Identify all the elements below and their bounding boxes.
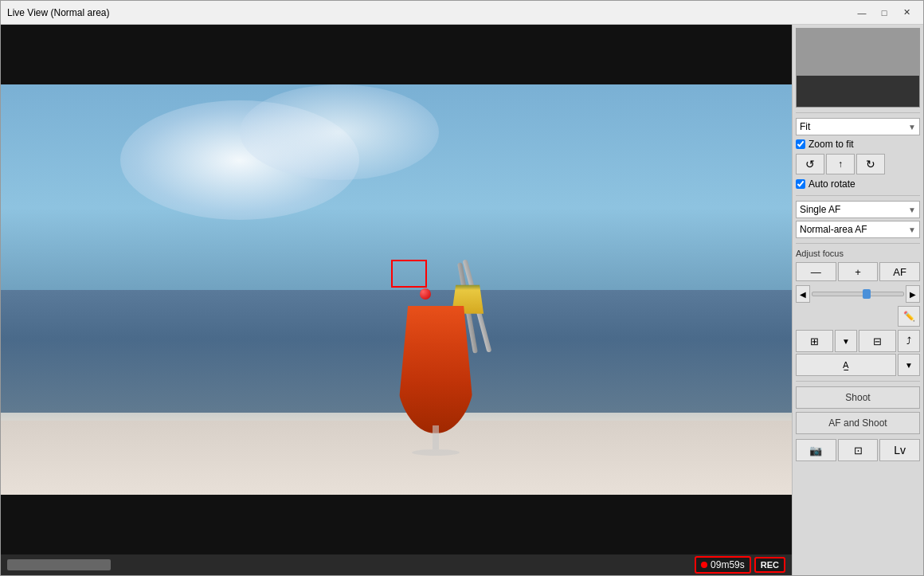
divider-4 — [796, 381, 920, 382]
select-icon: ⊡ — [854, 445, 863, 456]
glass-base — [412, 449, 460, 456]
focus-buttons: — + AF — [796, 262, 920, 281]
window-title: Live View (Normal area) — [7, 7, 110, 18]
divider-2 — [796, 195, 920, 196]
af-mode-dropdown[interactable]: Single AF ▼ — [796, 201, 920, 218]
slider-thumb — [863, 289, 871, 299]
focus-af-button[interactable]: AF — [879, 262, 920, 281]
adjust-focus-label: Adjust focus — [796, 249, 920, 258]
tool-rows: ⊞ ▼ ⊟ ⤴ A̲ ▼ — [796, 330, 920, 376]
tool-row-1: ⊞ ▼ ⊟ ⤴ — [796, 330, 920, 352]
grid2-button[interactable]: ⊟ — [859, 330, 896, 352]
af-shoot-button[interactable]: AF and Shoot — [796, 412, 920, 434]
bottom-letterbox — [1, 495, 792, 554]
eyedropper-icon: ✏️ — [903, 311, 915, 322]
thumb-bottom — [797, 76, 919, 107]
lv-button[interactable]: Lv — [879, 439, 920, 461]
rotate-buttons-row: ↺ ↑ ↻ — [796, 154, 920, 174]
maximize-button[interactable]: □ — [874, 5, 895, 21]
scroll-indicator[interactable] — [7, 559, 111, 570]
focus-box — [391, 260, 427, 288]
slider-left-arrow[interactable]: ◀ — [796, 285, 810, 303]
title-bar-left: Live View (Normal area) — [7, 7, 110, 18]
timer-value: 09m59s — [711, 559, 745, 570]
thumb-top — [797, 29, 919, 76]
main-window: Live View (Normal area) — □ ✕ — [0, 0, 924, 576]
adjust-focus-section: Adjust focus — + AF ◀ — [796, 249, 920, 303]
rotate-left-icon: ↺ — [805, 158, 815, 170]
glass-stem — [433, 425, 439, 449]
upload-button[interactable]: ↑ — [826, 154, 855, 174]
rotate-left-button[interactable]: ↺ — [796, 154, 824, 174]
auto-rotate-row: Auto rotate — [796, 178, 920, 190]
tool-row-2: A̲ ▼ — [796, 354, 920, 376]
camera-scene — [1, 84, 792, 495]
style-dropdown-icon: ▼ — [905, 361, 913, 370]
timer-display: 09m59s — [695, 556, 751, 574]
rotate-right-button[interactable]: ↻ — [856, 154, 885, 174]
close-button[interactable]: ✕ — [896, 5, 917, 21]
shoot-button[interactable]: Shoot — [796, 386, 920, 409]
grid-dropdown-button[interactable]: ▼ — [835, 330, 857, 352]
eyedropper-button[interactable]: ✏️ — [898, 306, 920, 327]
upload-icon: ↑ — [838, 159, 843, 170]
rotate-right-icon: ↻ — [866, 158, 875, 170]
fit-dropdown-arrow: ▼ — [908, 123, 916, 131]
focus-af-label: AF — [893, 266, 906, 278]
divider-1 — [796, 112, 920, 113]
rec-dot-icon — [701, 562, 707, 568]
focus-slider[interactable] — [812, 292, 904, 296]
grid2-icon: ⊟ — [873, 335, 882, 347]
content-area: 09m59s REC Fit ▼ — [1, 25, 923, 575]
grid-button[interactable]: ⊞ — [796, 330, 833, 352]
focus-plus-icon: + — [855, 266, 861, 278]
style-icon: A̲ — [843, 360, 849, 370]
bottom-icon-row: 📷 ⊡ Lv — [796, 439, 920, 461]
minimize-button[interactable]: — — [852, 5, 872, 21]
cloud-2 — [240, 84, 439, 180]
focus-plus-button[interactable]: + — [838, 262, 879, 281]
right-panel: Fit ▼ Zoom to fit ↺ ↑ ↻ — [792, 25, 923, 575]
title-bar: Live View (Normal area) — □ ✕ — [1, 1, 923, 25]
fit-section: Fit ▼ Zoom to fit — [796, 118, 920, 151]
focus-slider-row: ◀ ▶ — [796, 285, 920, 303]
zoom-to-fit-label: Zoom to fit — [808, 139, 854, 150]
status-left — [7, 559, 111, 570]
rec-badge: REC — [754, 557, 785, 573]
af-mode-arrow: ▼ — [908, 206, 916, 214]
select-button[interactable]: ⊡ — [838, 439, 879, 461]
camera-button[interactable]: 📷 — [796, 439, 836, 461]
top-letterbox — [1, 25, 792, 84]
cherry-garnish — [420, 288, 431, 300]
glass-body — [396, 306, 476, 433]
slider-right-arrow[interactable]: ▶ — [906, 285, 920, 303]
grid-dropdown-icon: ▼ — [842, 337, 850, 346]
fit-label: Fit — [800, 121, 810, 132]
main-view: 09m59s REC — [1, 25, 792, 575]
status-right: 09m59s REC — [695, 556, 785, 574]
af-area-label: Normal-area AF — [800, 224, 867, 235]
grid-icon: ⊞ — [810, 335, 819, 347]
live-view-image[interactable] — [1, 84, 792, 495]
status-bar: 09m59s REC — [1, 554, 792, 575]
af-area-arrow: ▼ — [908, 225, 916, 234]
style-button[interactable]: A̲ — [796, 354, 896, 376]
af-area-dropdown[interactable]: Normal-area AF ▼ — [796, 221, 920, 238]
export-button[interactable]: ⤴ — [898, 330, 920, 352]
focus-minus-button[interactable]: — — [796, 262, 836, 281]
divider-3 — [796, 243, 920, 244]
camera-icon: 📷 — [809, 445, 822, 456]
af-mode-label: Single AF — [800, 204, 840, 215]
af-mode-section: Single AF ▼ Normal-area AF ▼ — [796, 201, 920, 238]
export-icon: ⤴ — [906, 335, 911, 347]
zoom-to-fit-row: Zoom to fit — [796, 138, 920, 151]
focus-minus-icon: — — [811, 266, 821, 278]
zoom-to-fit-checkbox[interactable] — [796, 139, 805, 149]
thumbnail-area — [796, 28, 920, 108]
auto-rotate-checkbox[interactable] — [796, 179, 805, 189]
title-controls: — □ ✕ — [852, 5, 917, 21]
fit-dropdown[interactable]: Fit ▼ — [796, 118, 920, 135]
auto-rotate-label: Auto rotate — [808, 178, 855, 190]
style-dropdown-button[interactable]: ▼ — [898, 354, 920, 376]
